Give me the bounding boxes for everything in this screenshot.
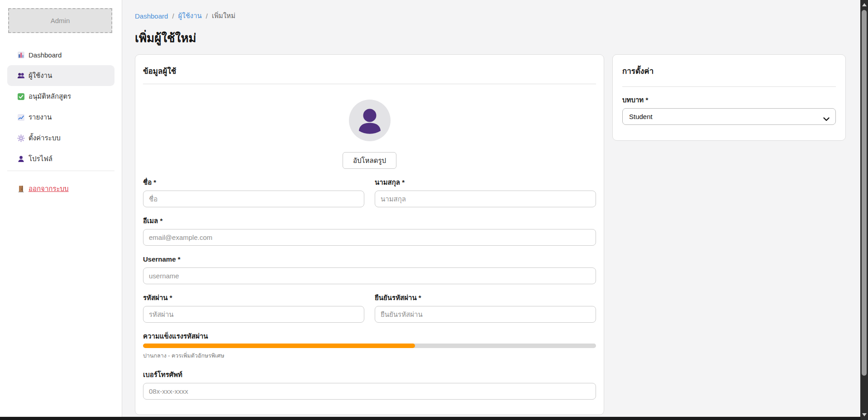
password-strength-bar xyxy=(143,344,596,348)
phone-group: เบอร์โทรศัพท์ xyxy=(143,370,596,400)
sidebar-item-dashboard[interactable]: Dashboard xyxy=(7,44,114,65)
breadcrumb: Dashboard/ผู้ใช้งาน/เพิ่มใหม่ xyxy=(135,11,846,21)
breadcrumb-item-3: เพิ่มใหม่ xyxy=(212,10,235,21)
upload-photo-button[interactable]: อัปโหลดรูป xyxy=(343,152,396,169)
person-icon xyxy=(17,155,25,163)
confirm-password-group: ยืนยันรหัสผ่าน * xyxy=(375,293,596,323)
sidebar-item-system-settings[interactable]: ตั้งค่าระบบ xyxy=(7,128,114,148)
last-name-group: นามสกุล * xyxy=(375,177,596,207)
password-strength-helper: ปานกลาง - ควรเพิ่มตัวอักษรพิเศษ xyxy=(143,351,596,360)
breadcrumb-separator: / xyxy=(172,12,174,20)
last-name-label: นามสกุล * xyxy=(375,177,596,187)
page-title: เพิ่มผู้ใช้ใหม่ xyxy=(135,31,846,45)
password-row: รหัสผ่าน * ยืนยันรหัสผ่าน * xyxy=(143,293,596,323)
app-window: Admin Dashboardผู้ใช้งานอนุมัติหลักสูตรร… xyxy=(0,0,860,417)
first-name-label: ชื่อ * xyxy=(143,177,364,187)
phone-input[interactable] xyxy=(143,383,596,400)
breadcrumb-item-2[interactable]: ผู้ใช้งาน xyxy=(178,10,202,21)
user-card-title: ข้อมูลผู้ใช้ xyxy=(143,62,596,76)
sidebar-item-label: อนุมัติหลักสูตร xyxy=(29,91,71,102)
role-select[interactable]: Student xyxy=(622,108,836,125)
door-icon xyxy=(17,185,25,193)
password-label: รหัสผ่าน * xyxy=(143,293,364,302)
avatar-section: อัปโหลดรูป xyxy=(143,84,596,169)
sidebar: Admin Dashboardผู้ใช้งานอนุมัติหลักสูตรร… xyxy=(0,0,122,417)
trend-icon xyxy=(17,114,25,121)
window-bottom-edge xyxy=(0,417,868,420)
name-row: ชื่อ * นามสกุล * xyxy=(143,177,596,207)
sidebar-item-reports[interactable]: รายงาน xyxy=(7,107,114,128)
settings-card-title: การตั้งค่า xyxy=(622,62,836,76)
card-divider xyxy=(622,86,836,87)
username-input[interactable] xyxy=(143,267,596,284)
sidebar-divider xyxy=(7,171,114,171)
sidebar-nav: Dashboardผู้ใช้งานอนุมัติหลักสูตรรายงานต… xyxy=(0,44,122,169)
phone-label: เบอร์โทรศัพท์ xyxy=(143,370,596,379)
gear-icon xyxy=(17,134,25,142)
sidebar-item-label: ตั้งค่าระบบ xyxy=(29,133,61,143)
password-group: รหัสผ่าน * xyxy=(143,293,364,323)
username-label: Username * xyxy=(143,254,596,264)
bar-chart-icon xyxy=(17,51,25,59)
check-icon xyxy=(17,93,25,100)
scrollbar-down-arrow-icon[interactable] xyxy=(862,413,867,416)
breadcrumb-separator: / xyxy=(206,12,208,20)
sidebar-item-label: ผู้ใช้งาน xyxy=(29,70,52,81)
user-info-card: ข้อมูลผู้ใช้ อัปโหลดรูป ชื่อ * xyxy=(135,54,604,415)
sidebar-item-label: โปรไฟล์ xyxy=(29,153,52,164)
sidebar-item-label: รายงาน xyxy=(29,112,52,123)
email-label: อีเมล * xyxy=(143,216,596,225)
cards-row: ข้อมูลผู้ใช้ อัปโหลดรูป ชื่อ * xyxy=(135,54,846,415)
confirm-password-label: ยืนยันรหัสผ่าน * xyxy=(375,293,596,302)
logout-row: ออกจากระบบ xyxy=(0,178,122,199)
logout-link[interactable]: ออกจากระบบ xyxy=(17,183,69,194)
brand-box: Admin xyxy=(8,8,112,33)
last-name-input[interactable] xyxy=(375,191,596,207)
sidebar-item-profile[interactable]: โปรไฟล์ xyxy=(7,148,114,169)
settings-card: การตั้งค่า บทบาท * Student xyxy=(612,54,846,141)
role-select-value: Student xyxy=(629,113,653,120)
vertical-scrollbar xyxy=(860,0,868,420)
email-group: อีเมล * xyxy=(143,216,596,246)
first-name-group: ชื่อ * xyxy=(143,177,364,207)
email-input[interactable] xyxy=(143,229,596,246)
avatar xyxy=(349,100,391,141)
role-group: บทบาท * Student xyxy=(622,95,836,125)
users-icon xyxy=(17,72,25,80)
scrollbar-up-arrow-icon[interactable] xyxy=(862,3,867,6)
sidebar-item-approve-courses[interactable]: อนุมัติหลักสูตร xyxy=(7,86,114,107)
main-content: Dashboard/ผู้ใช้งาน/เพิ่มใหม่ เพิ่มผู้ใช… xyxy=(122,0,860,417)
password-strength-fill xyxy=(143,344,415,348)
breadcrumb-item-1[interactable]: Dashboard xyxy=(135,12,168,20)
brand-label: Admin xyxy=(51,17,70,24)
password-strength-label: ความแข็งแรงรหัสผ่าน xyxy=(143,331,596,341)
logout-label: ออกจากระบบ xyxy=(29,183,69,194)
username-group: Username * xyxy=(143,254,596,284)
confirm-password-input[interactable] xyxy=(375,306,596,323)
first-name-input[interactable] xyxy=(143,191,364,207)
sidebar-item-label: Dashboard xyxy=(29,51,62,59)
scrollbar-thumb[interactable] xyxy=(862,10,867,376)
sidebar-item-users[interactable]: ผู้ใช้งาน xyxy=(7,65,114,86)
password-strength-group: ความแข็งแรงรหัสผ่าน ปานกลาง - ควรเพิ่มตั… xyxy=(143,331,596,360)
chevron-down-icon xyxy=(823,115,830,123)
password-input[interactable] xyxy=(143,306,364,323)
role-label: บทบาท * xyxy=(622,95,836,105)
